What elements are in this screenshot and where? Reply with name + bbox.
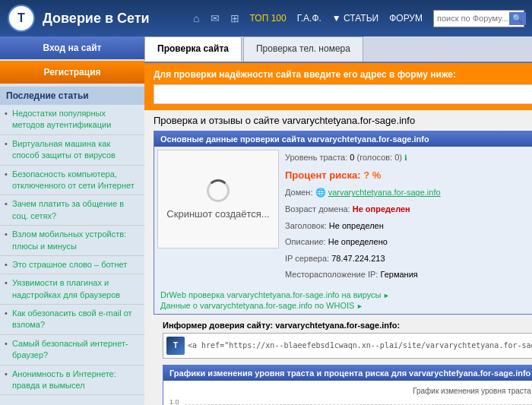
- register-button[interactable]: Регистрация: [0, 61, 144, 84]
- trust-info-icon[interactable]: ℹ: [404, 153, 407, 162]
- email-icon[interactable]: ✉: [211, 12, 220, 24]
- graph-inner-title: График изменения уровня траста для varva…: [169, 387, 532, 395]
- header: Т Доверие в Сети ⌂ ✉ ⊞ ТОП 100 Г.А.Ф. ▼ …: [0, 0, 532, 36]
- sidebar: Вход на сайт Регистрация Последние стать…: [0, 36, 144, 405]
- informer-title: Информер доверия сайту: varvarychtetyana…: [163, 321, 532, 330]
- check-form-label: Для проверки надёжности сайта введите ег…: [154, 69, 532, 80]
- sidebar-articles: Недостатки популярных методов аутентифик…: [0, 105, 144, 395]
- logo-letter: Т: [17, 11, 25, 25]
- domain-globe-icon: 🌐: [315, 188, 326, 197]
- graph-title: Графики изменения уровня траста и процен…: [163, 365, 532, 381]
- location-label: Месторасположение IP:: [285, 270, 378, 279]
- ip-value: 78.47.224.213: [331, 254, 385, 263]
- location-row: Месторасположение IP: Германия: [285, 267, 532, 283]
- domain-label: Домен:: [285, 188, 313, 197]
- age-value: Не определен: [353, 204, 410, 214]
- data-box: Основные данные проверки сайта varvarych…: [154, 131, 532, 315]
- description-label: Описание:: [285, 237, 326, 246]
- search-box: 🔍: [433, 10, 524, 27]
- trust-row: Уровень траста: 0 (голосов: 0) ℹ: [285, 150, 532, 166]
- list-item[interactable]: Виртуальная машина как способ защиты от …: [0, 135, 144, 166]
- list-item[interactable]: Самый безопасный интернет-браузер?: [0, 335, 144, 365]
- percent-row: Процент риска: ? %: [285, 166, 532, 185]
- y-label-1: 1.0: [169, 398, 179, 405]
- header-value: Не определен: [329, 221, 384, 230]
- main-layout: Вход на сайт Регистрация Последние стать…: [0, 36, 532, 405]
- list-item[interactable]: Безопасность компьютера, отключенного от…: [0, 166, 144, 196]
- trust-label: Уровень траста:: [285, 153, 347, 162]
- sidebar-section-title: Последние статьи: [0, 87, 144, 105]
- search-input[interactable]: [437, 14, 509, 23]
- header-label: Заголовок:: [285, 221, 327, 230]
- percent-label: Процент риска:: [285, 169, 361, 181]
- list-item[interactable]: Это страшное слово – ботнет: [0, 256, 144, 274]
- screenshot-label: Скриншот создаётся...: [166, 208, 269, 220]
- results-section: Проверка и отзывы о сайте varvarychtetya…: [144, 110, 532, 405]
- informer-logo: T: [166, 337, 185, 355]
- tab-check-site[interactable]: Проверка сайта: [144, 36, 242, 62]
- loading-spinner: [207, 179, 230, 202]
- informer-code[interactable]: <a href="https://xn--blaeefebsd1cwaqn.xn…: [188, 341, 532, 350]
- percent-value: ? %: [363, 169, 381, 181]
- graph-area: График изменения уровня траста для varva…: [163, 381, 532, 405]
- tabs: Проверка сайта Проверка тел. номера: [144, 36, 532, 63]
- header-row: Заголовок: Не определен: [285, 218, 532, 235]
- results-title: Проверка и отзывы о сайте varvarychtetya…: [154, 115, 532, 126]
- description-row: Описание: Не определено: [285, 234, 532, 251]
- list-item[interactable]: Как обезопасить свой e-mail от взлома?: [0, 305, 144, 335]
- url-input[interactable]: [154, 84, 532, 104]
- tab-check-phone[interactable]: Проверка тел. номера: [243, 36, 363, 62]
- check-form-box: Для проверки надёжности сайта введите ег…: [144, 63, 532, 110]
- nav-forum[interactable]: ФОРУМ: [389, 13, 423, 24]
- site-title: Доверие в Сети: [43, 11, 185, 27]
- location-value: Германия: [380, 270, 417, 279]
- screenshot-area: Скриншот создаётся...: [157, 150, 279, 248]
- check-form-row: ПРОВЕРКА САЙТА: [154, 84, 532, 104]
- nav-links: ⌂ ✉ ⊞ ТОП 100 Г.А.Ф. ▼ СТАТЬИ ФОРУМ 🔍: [193, 10, 524, 27]
- informer-box: T <a href="https://xn--blaeefebsd1cwaqn.…: [163, 333, 532, 359]
- list-item[interactable]: Недостатки популярных методов аутентифик…: [0, 105, 144, 135]
- data-fields: Уровень траста: 0 (голосов: 0) ℹ Процент…: [285, 150, 532, 283]
- data-box-title: Основные данные проверки сайта varvarych…: [154, 131, 532, 147]
- logo-icon: Т: [8, 5, 35, 32]
- age-label: Возраст домена:: [285, 204, 350, 214]
- graph-section: Графики изменения уровня траста и процен…: [163, 365, 532, 405]
- whois-link[interactable]: Данные о varvarychtetyana.for-sage.info …: [160, 300, 532, 311]
- description-value: Не определено: [328, 237, 388, 246]
- content: Проверка сайта Проверка тел. номера Для …: [144, 36, 532, 405]
- ip-row: IP сервера: 78.47.224.213: [285, 251, 532, 267]
- drweb-link[interactable]: DrWeb проверка varvarychtetyana.for-sage…: [160, 290, 532, 300]
- search-button[interactable]: 🔍: [509, 12, 526, 25]
- nav-top100[interactable]: ТОП 100: [250, 13, 287, 24]
- domain-row: Домен: 🌐 varvarychtetyana.for-sage.info: [285, 185, 532, 201]
- data-box-content: Скриншот создаётся... Уровень траста: 0 …: [154, 147, 532, 286]
- graph-canvas: 1.0 0.5 0.0: [169, 398, 532, 405]
- login-button[interactable]: Вход на сайт: [0, 36, 144, 59]
- data-links: DrWeb проверка varvarychtetyana.for-sage…: [154, 286, 532, 314]
- list-item[interactable]: Зачем платить за общение в соц. сетях?: [0, 195, 144, 226]
- list-item[interactable]: Анонимность в Интернете: правда и вымысе…: [0, 365, 144, 396]
- list-item[interactable]: Взлом мобильных устройств: плюсы и минус…: [0, 226, 144, 256]
- nav-faq[interactable]: Г.А.Ф.: [297, 13, 321, 24]
- domain-value[interactable]: varvarychtetyana.for-sage.info: [328, 188, 441, 197]
- informer-section: Информер доверия сайту: varvarychtetyana…: [163, 321, 532, 359]
- nav-articles[interactable]: ▼ СТАТЬИ: [332, 13, 378, 24]
- trust-votes: (голосов: 0): [357, 153, 402, 162]
- home-icon[interactable]: ⌂: [193, 12, 199, 24]
- trust-value: 0: [350, 153, 354, 162]
- ip-label: IP сервера:: [285, 254, 329, 263]
- grid-icon[interactable]: ⊞: [230, 12, 239, 24]
- age-row: Возраст домена: Не определен: [285, 201, 532, 218]
- list-item[interactable]: Уязвимости в плагинах и надстройках для …: [0, 274, 144, 305]
